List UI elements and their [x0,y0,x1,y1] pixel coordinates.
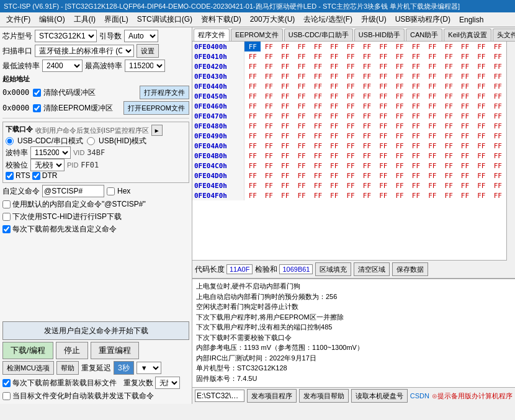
hex-cell[interactable]: FF [473,81,490,91]
hex-cell[interactable]: FF [293,111,310,121]
hex-cell[interactable]: FF [490,151,506,161]
reprogram-button[interactable]: 重置编程 [91,342,139,359]
hex-cell[interactable]: FF [375,181,392,190]
tab-usb-hid[interactable]: USB-HID助手 [354,29,405,41]
hex-cell[interactable]: FF [244,71,261,81]
hex-cell[interactable]: FF [441,51,457,61]
use-default-check[interactable] [2,200,11,208]
hex-cell[interactable]: FF [441,121,457,131]
hex-cell[interactable]: FF [359,141,375,151]
menu-english[interactable]: English [455,15,487,25]
tab-keil-sim[interactable]: Keil仿真设置 [444,29,491,41]
hex-cell[interactable]: FF [441,101,457,111]
hex-cell[interactable]: FF [293,190,310,200]
hex-cell[interactable]: FF [490,101,506,111]
hex-cell[interactable]: FF [326,181,343,190]
hex-cell[interactable]: FF [310,131,326,141]
hex-cell[interactable]: FF [490,171,506,181]
hex-cell[interactable]: FF [424,61,441,71]
fill-area-button[interactable]: 区域填充 [315,262,351,276]
hex-cell[interactable]: FF [261,71,277,81]
hex-cell[interactable]: FF [244,91,261,101]
hex-cell[interactable]: FF [490,161,506,171]
hex-cell[interactable]: FF [326,81,343,91]
hex-cell[interactable]: FF [375,151,392,161]
auto-download-check[interactable] [2,392,11,400]
hex-cell[interactable]: FF [441,81,457,91]
expand-button[interactable]: ► [151,125,163,136]
hex-cell[interactable]: FF [490,190,506,200]
hex-cell[interactable]: FF [261,91,277,101]
menu-resources[interactable]: 资料下载(D) [197,14,245,25]
hex-cell[interactable]: FF [392,101,408,111]
hex-cell[interactable]: FF [343,141,359,151]
clear-code-check[interactable] [33,89,41,97]
hex-cell[interactable]: FF [343,91,359,101]
hex-cell[interactable]: FF [490,121,506,131]
hex-cell[interactable]: FF [277,151,293,161]
hex-cell[interactable]: FF [424,190,441,200]
hex-cell[interactable]: FF [244,131,261,141]
hex-cell[interactable]: FF [326,190,343,200]
hex-cell[interactable]: FF [359,91,375,101]
hex-cell[interactable]: FF [457,181,473,190]
hex-cell[interactable]: FF [424,161,441,171]
hex-cell[interactable]: FF [310,71,326,81]
tab-usb-cdc[interactable]: USB-CDC/串口助手 [284,29,353,41]
hex-cell[interactable]: FF [441,141,457,151]
hex-cell[interactable]: FF [343,42,359,51]
hex-cell[interactable]: FF [244,181,261,190]
hex-cell[interactable]: FF [408,161,424,171]
hex-cell[interactable]: FF [392,161,408,171]
hex-cell[interactable]: FF [408,181,424,190]
hex-cell[interactable]: FF [310,181,326,190]
hex-cell[interactable]: FF [392,111,408,121]
hex-cell[interactable]: FF [457,131,473,141]
hex-cell[interactable]: FF [293,131,310,141]
hex-cell[interactable]: FF [310,42,326,51]
help-button[interactable]: 帮助 [56,361,79,375]
hex-cell[interactable]: FF [293,121,310,131]
hex-cell[interactable]: FF [408,71,424,81]
hex-cell[interactable]: FF [326,42,343,51]
hex-cell[interactable]: FF [343,121,359,131]
hex-cell[interactable]: FF [490,51,506,61]
hex-cell[interactable]: FF [326,121,343,131]
save-data-button[interactable]: 保存数据 [392,262,428,276]
hex-cell[interactable]: FF [244,101,261,111]
hex-cell[interactable]: FF [359,190,375,200]
hex-cell[interactable]: FF [457,61,473,71]
tab-program-file[interactable]: 程序文件 [194,29,230,41]
hex-cell[interactable]: FF [359,111,375,121]
hex-cell[interactable]: FF [277,141,293,151]
hex-cell[interactable]: FF [457,91,473,101]
hex-cell[interactable]: FF [457,42,473,51]
hex-cell[interactable]: FF [293,161,310,171]
hex-cell[interactable]: FF [375,111,392,121]
hex-cell[interactable]: FF [392,171,408,181]
hex-cell[interactable]: FF [441,151,457,161]
publish-help-button[interactable]: 发布项目帮助 [299,389,349,403]
hex-cell[interactable]: FF [375,51,392,61]
hex-cell[interactable]: FF [490,181,506,190]
hex-cell[interactable]: FF [457,161,473,171]
hex-cell[interactable]: FF [293,81,310,91]
repeat-count-select[interactable]: 无限 [155,377,180,389]
hex-cell[interactable]: FF [473,131,490,141]
tab-header-file[interactable]: 头文件 [493,29,515,41]
hex-cell[interactable]: FF [277,131,293,141]
hex-cell[interactable]: FF [326,171,343,181]
hex-cell[interactable]: FF [261,121,277,131]
hex-cell[interactable]: FF [310,61,326,71]
hex-cell[interactable]: FF [457,121,473,131]
download-button[interactable]: 下载/编程 [2,342,53,359]
hex-cell[interactable]: FF [441,42,457,51]
hex-cell[interactable]: FF [408,121,424,131]
hex-cell[interactable]: FF [343,190,359,200]
hex-cell[interactable]: FF [310,101,326,111]
hex-cell[interactable]: FF [441,161,457,171]
hex-cell[interactable]: FF [293,71,310,81]
menu-edit[interactable]: 编辑(O) [35,14,68,25]
hex-cell[interactable]: FF [244,111,261,121]
menu-file[interactable]: 文件(F) [2,14,34,25]
